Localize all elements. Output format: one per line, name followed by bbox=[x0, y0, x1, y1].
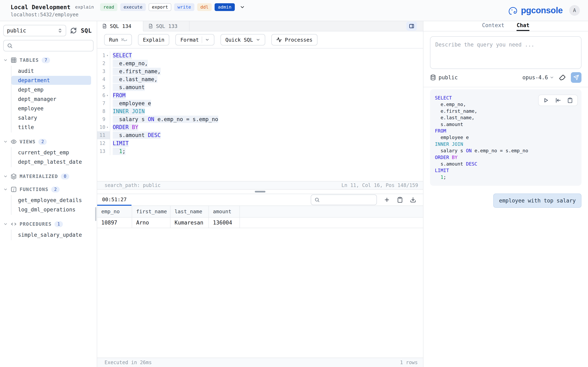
sidebar-item-salary[interactable]: salary bbox=[11, 113, 91, 122]
quick-sql-button[interactable]: Quick SQL bbox=[221, 34, 265, 45]
processes-button[interactable]: Processes bbox=[271, 34, 317, 45]
editor-line-8[interactable]: 8INNER JOIN bbox=[97, 107, 423, 115]
chevron-down-icon[interactable] bbox=[205, 38, 209, 42]
clear-chat-button[interactable] bbox=[559, 74, 566, 81]
code-text: s.amount bbox=[110, 84, 145, 90]
editor-tabbar: SQL 134SQL 133 bbox=[97, 21, 423, 31]
model-name: opus-4.6 bbox=[522, 75, 548, 81]
editor-tab-sql-134[interactable]: SQL 134 bbox=[97, 21, 143, 31]
table-cell-empty bbox=[240, 217, 423, 228]
column-header-emp_no[interactable]: emp_no bbox=[97, 206, 132, 217]
column-header-amount[interactable]: amount bbox=[209, 206, 240, 217]
sidebar-search-input[interactable] bbox=[15, 42, 90, 49]
chevron-down-icon[interactable] bbox=[240, 4, 245, 10]
assistant-panel: Context Chat public opus-4.6 bbox=[423, 21, 588, 367]
results-search-input[interactable] bbox=[322, 197, 373, 203]
section-count-badge: 7 bbox=[42, 57, 50, 63]
sql-editor[interactable]: 1▾SELECT2 e.emp_no,3 e.first_name,4 e.la… bbox=[97, 49, 423, 181]
editor-line-2[interactable]: 2 e.emp_no, bbox=[97, 59, 423, 67]
fold-marker-icon[interactable]: ▾ bbox=[105, 54, 109, 57]
editor-line-6[interactable]: 6▾FROM bbox=[97, 91, 423, 99]
header-badges: explainreadexecuteexportwriteddladmin bbox=[75, 3, 234, 11]
toggle-right-panel-button[interactable] bbox=[406, 22, 417, 31]
line-number: 5 bbox=[97, 83, 110, 91]
avatar[interactable]: A bbox=[569, 5, 580, 16]
sidebar-item-audit[interactable]: audit bbox=[11, 67, 91, 75]
badge-explain[interactable]: explain bbox=[75, 3, 97, 11]
copy-snippet-button[interactable] bbox=[567, 98, 573, 103]
schema-select[interactable]: public bbox=[3, 25, 66, 36]
editor-line-3[interactable]: 3 e.first_name, bbox=[97, 67, 423, 75]
sidebar-scrollbar-thumb[interactable] bbox=[95, 207, 96, 221]
sidebar-item-log_dml_operations[interactable]: log_dml_operations bbox=[11, 205, 91, 214]
model-select[interactable]: opus-4.6 bbox=[522, 75, 554, 81]
badge-ddl[interactable]: ddl bbox=[197, 3, 212, 11]
format-button[interactable]: Format bbox=[175, 34, 214, 45]
sidebar-item-current_dept_emp[interactable]: current_dept_emp bbox=[11, 148, 91, 157]
badge-write[interactable]: write bbox=[174, 3, 194, 11]
sidebar-item-simple_salary_update[interactable]: simple_salary_update bbox=[11, 230, 91, 239]
results-search[interactable] bbox=[311, 194, 377, 205]
editor-line-1[interactable]: 1▾SELECT bbox=[97, 51, 423, 59]
sql-mode-button[interactable]: SQL bbox=[81, 27, 92, 34]
sidebar-item-dept_emp[interactable]: dept_emp bbox=[11, 85, 91, 94]
explain-button[interactable]: Explain bbox=[138, 34, 169, 45]
chat-input[interactable] bbox=[430, 36, 581, 69]
copy-results-button[interactable] bbox=[397, 197, 403, 203]
editor-tab-sql-133[interactable]: SQL 133 bbox=[143, 21, 190, 31]
refresh-button[interactable] bbox=[70, 27, 77, 34]
badge-export[interactable]: export bbox=[149, 3, 171, 11]
table-cell: 10897 bbox=[97, 217, 132, 228]
code-text: FROM bbox=[110, 92, 126, 99]
column-header-last_name[interactable]: last_name bbox=[170, 206, 209, 217]
editor-line-13[interactable]: 13 1; bbox=[97, 147, 423, 155]
resize-handle[interactable] bbox=[255, 191, 265, 192]
sidebar-item-department[interactable]: department bbox=[11, 76, 91, 85]
activity-icon bbox=[276, 37, 282, 43]
editor-line-4[interactable]: 4 e.last_name, bbox=[97, 75, 423, 83]
editor-line-7[interactable]: 7 employee e bbox=[97, 99, 423, 107]
column-header-first_name[interactable]: first_name bbox=[132, 206, 170, 217]
file-code-icon bbox=[102, 24, 107, 29]
badge-read[interactable]: read bbox=[100, 3, 117, 11]
section-header-functions[interactable]: fFUNCTIONS2 bbox=[3, 185, 94, 193]
sidebar-item-dept_manager[interactable]: dept_manager bbox=[11, 95, 91, 104]
section-header-tables[interactable]: TABLES7 bbox=[3, 56, 94, 64]
section-header-procedures[interactable]: PROCEDURES1 bbox=[3, 220, 94, 228]
eye-icon bbox=[11, 139, 17, 145]
download-results-button[interactable] bbox=[410, 197, 416, 203]
add-result-tab-button[interactable] bbox=[384, 197, 390, 203]
sidebar-item-title[interactable]: title bbox=[11, 123, 91, 132]
insert-left-icon bbox=[555, 97, 561, 103]
download-icon bbox=[410, 197, 416, 203]
section-header-materialized[interactable]: MATERIALIZED0 bbox=[3, 173, 94, 180]
section-header-views[interactable]: VIEWS2 bbox=[3, 138, 94, 146]
tab-context[interactable]: Context bbox=[482, 22, 504, 31]
run-snippet-button[interactable] bbox=[543, 98, 549, 103]
sidebar-item-dept_emp_latest_date[interactable]: dept_emp_latest_date bbox=[11, 157, 91, 166]
select-updown-icon bbox=[58, 28, 62, 33]
editor-line-12[interactable]: 12LIMIT bbox=[97, 139, 423, 147]
run-button[interactable]: Run ⌘↵ bbox=[104, 34, 132, 45]
section-count-badge: 1 bbox=[54, 221, 63, 227]
send-button[interactable] bbox=[571, 72, 581, 83]
editor-line-11[interactable]: 11 s.amount DESC bbox=[97, 131, 423, 139]
tab-chat[interactable]: Chat bbox=[517, 22, 529, 31]
insert-snippet-button[interactable] bbox=[555, 97, 561, 103]
results-tab[interactable]: 00:51:27 bbox=[97, 194, 131, 206]
code-text: employee e bbox=[110, 100, 151, 106]
sidebar-item-employee[interactable]: employee bbox=[11, 104, 91, 113]
fold-marker-icon[interactable]: ▾ bbox=[105, 125, 109, 129]
fold-marker-icon[interactable]: ▾ bbox=[105, 94, 109, 97]
sidebar-search[interactable] bbox=[3, 40, 94, 51]
badge-execute[interactable]: execute bbox=[120, 3, 146, 11]
sidebar-item-get_employee_details[interactable]: get_employee_details bbox=[11, 196, 91, 205]
editor-line-5[interactable]: 5 s.amount bbox=[97, 83, 423, 91]
panel-divider bbox=[424, 87, 588, 87]
code-text: INNER JOIN bbox=[110, 108, 145, 114]
editor-line-10[interactable]: 10▾ORDER BY bbox=[97, 123, 423, 131]
badge-admin[interactable]: admin bbox=[215, 3, 234, 11]
search-icon bbox=[314, 197, 320, 202]
table-row[interactable]: 10897ArnoKumaresan136004 bbox=[97, 217, 423, 228]
editor-line-9[interactable]: 9 salary s ON e.emp_no = s.emp_no bbox=[97, 115, 423, 123]
